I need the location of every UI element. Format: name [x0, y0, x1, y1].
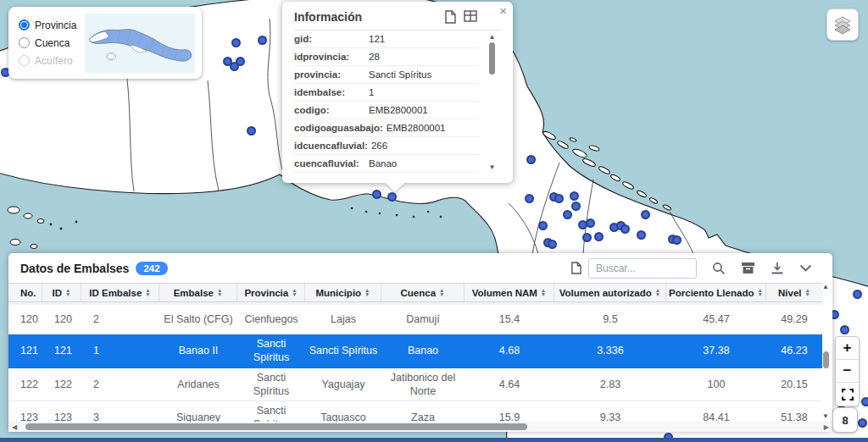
sort-icon[interactable]: ▲▼	[541, 289, 546, 296]
search-input[interactable]	[588, 258, 697, 279]
horizontal-scroll-thumb[interactable]	[25, 423, 527, 430]
layer-option-provincia[interactable]: Provincia	[19, 19, 78, 31]
cluster-count-button[interactable]: 8	[832, 407, 858, 433]
reservoir-marker[interactable]	[571, 202, 581, 211]
zoom-in-button[interactable]: +	[836, 337, 859, 360]
reservoir-marker[interactable]	[563, 210, 572, 219]
fullscreen-button[interactable]	[836, 383, 859, 406]
reservoir-marker[interactable]	[548, 240, 557, 249]
table-vertical-scrollbar[interactable]: ▲ ▼	[821, 284, 831, 420]
column-header-no-: No.	[8, 284, 42, 301]
reservoir-marker[interactable]	[526, 155, 536, 164]
layer-option-cuenca[interactable]: Cuenca	[19, 37, 78, 49]
layers-button[interactable]	[826, 8, 859, 41]
table-row-120[interactable]: 1201202El Salto (CFG)CienfuegosLajasDamu…	[8, 302, 822, 334]
close-icon[interactable]: ×	[499, 4, 507, 17]
scroll-up-icon[interactable]: ▲	[489, 34, 496, 41]
reservoir-marker[interactable]	[387, 192, 397, 202]
reservoir-marker[interactable]	[247, 126, 256, 135]
column-header-nivel[interactable]: Nivel▲▼	[766, 284, 822, 301]
column-header-id[interactable]: ID▲▼	[42, 284, 81, 301]
reservoir-marker[interactable]	[258, 36, 267, 45]
reservoir-marker[interactable]	[372, 190, 381, 199]
search-icon[interactable]	[712, 262, 726, 275]
sort-icon[interactable]: ▲▼	[439, 289, 444, 296]
table-view-icon[interactable]	[464, 10, 477, 24]
radio-icon[interactable]	[19, 19, 30, 30]
cell: Banao	[381, 341, 465, 360]
map-zoom-controls: + −	[835, 336, 860, 406]
column-header-embalse[interactable]: Embalse▲▼	[159, 284, 237, 301]
scroll-down-icon[interactable]: ▼	[822, 413, 829, 420]
reservoir-marker[interactable]	[231, 38, 241, 47]
column-header-volumen-nam[interactable]: Volumen NAM▲▼	[465, 284, 554, 301]
reservoir-marker[interactable]	[586, 218, 595, 228]
column-header-cuenca[interactable]: Cuenca▲▼	[381, 284, 465, 301]
cell: 37.38	[666, 341, 766, 360]
export-file-icon[interactable]	[444, 10, 456, 24]
cell: 15.4	[465, 310, 554, 329]
reservoir-marker[interactable]	[594, 232, 604, 241]
table-horizontal-scrollbar[interactable]: ◀ ▶	[8, 422, 832, 432]
scroll-right-icon[interactable]: ▶	[821, 423, 832, 431]
reservoir-marker[interactable]	[554, 194, 564, 203]
table-row-121[interactable]: 1211211Banao IISancti SpíritusSancti Spí…	[8, 334, 822, 368]
scroll-down-icon[interactable]: ▼	[489, 164, 496, 171]
reservoir-marker[interactable]	[858, 418, 867, 428]
vertical-scroll-thumb[interactable]	[823, 351, 829, 368]
sort-icon[interactable]: ▲▼	[805, 289, 810, 296]
reservoir-marker[interactable]	[525, 194, 534, 203]
sort-icon[interactable]: ▲▼	[217, 289, 222, 296]
collapse-chevron-icon[interactable]	[799, 264, 812, 272]
sort-icon[interactable]: ▲▼	[655, 289, 660, 296]
cell: 2.83	[554, 375, 666, 394]
cell: 122	[8, 375, 42, 394]
cell: 121	[8, 341, 42, 360]
layer-option-acuífero: Acuífero	[19, 55, 78, 67]
field-value: EMB2800001	[387, 123, 446, 133]
sort-icon[interactable]: ▲▼	[145, 289, 150, 296]
cell: El Salto (CFG)	[159, 310, 237, 329]
popup-field-row: provincia:Sancti Spíritus	[294, 66, 479, 84]
field-value: 1	[369, 87, 374, 97]
archive-icon[interactable]	[741, 262, 755, 274]
popup-scroll-thumb[interactable]	[489, 42, 495, 75]
reservoir-marker[interactable]	[582, 233, 592, 242]
column-label: Volumen NAM	[472, 288, 537, 298]
export-file-icon[interactable]	[570, 262, 581, 274]
layer-radio-list: ProvinciaCuencaAcuífero	[19, 19, 78, 67]
column-header-municipio[interactable]: Municipio▲▼	[305, 284, 381, 301]
download-icon[interactable]	[771, 262, 784, 275]
sort-icon[interactable]: ▲▼	[292, 289, 297, 296]
table-body: 1201202El Salto (CFG)CienfuegosLajasDamu…	[8, 302, 832, 432]
cell: 120	[42, 310, 81, 329]
scroll-left-icon[interactable]: ◀	[8, 423, 20, 431]
reservoir-marker[interactable]	[672, 235, 682, 245]
reservoir-marker[interactable]	[853, 290, 862, 299]
reservoir-marker[interactable]	[570, 191, 579, 201]
reservoir-marker[interactable]	[620, 224, 630, 234]
column-header-id-embalse[interactable]: ID Embalse▲▼	[81, 284, 159, 301]
column-label: Embalse	[174, 288, 214, 298]
table-row-122[interactable]: 1221222AridanesSancti SpíritusYaguajayJa…	[8, 368, 822, 402]
reservoir-marker[interactable]	[637, 230, 646, 240]
reservoir-marker[interactable]	[840, 325, 849, 334]
fullscreen-icon	[842, 389, 854, 401]
reservoir-marker[interactable]	[861, 397, 868, 406]
minimap-isla-juventud	[107, 52, 115, 59]
column-header-provincia[interactable]: Provincia▲▼	[237, 284, 305, 301]
column-header-porciento-llenado[interactable]: Porciento Llenado▲▼	[666, 284, 766, 301]
column-header-volumen-autorizado[interactable]: Volumen autorizado▲▼	[554, 284, 666, 301]
reservoir-marker[interactable]	[538, 221, 548, 230]
sort-icon[interactable]: ▲▼	[364, 289, 370, 296]
radio-icon[interactable]	[19, 37, 30, 48]
reservoir-marker[interactable]	[236, 57, 245, 66]
cuba-minimap[interactable]	[85, 14, 195, 73]
popup-scrollbar[interactable]: ▲ ▼	[488, 34, 496, 171]
column-label: Porciento Llenado	[669, 288, 754, 298]
scroll-up-icon[interactable]: ▲	[822, 284, 829, 290]
sort-icon[interactable]: ▲▼	[65, 289, 70, 296]
reservoir-marker[interactable]	[641, 210, 650, 219]
zoom-out-button[interactable]: −	[836, 360, 859, 383]
sort-icon[interactable]: ▲▼	[757, 289, 762, 296]
